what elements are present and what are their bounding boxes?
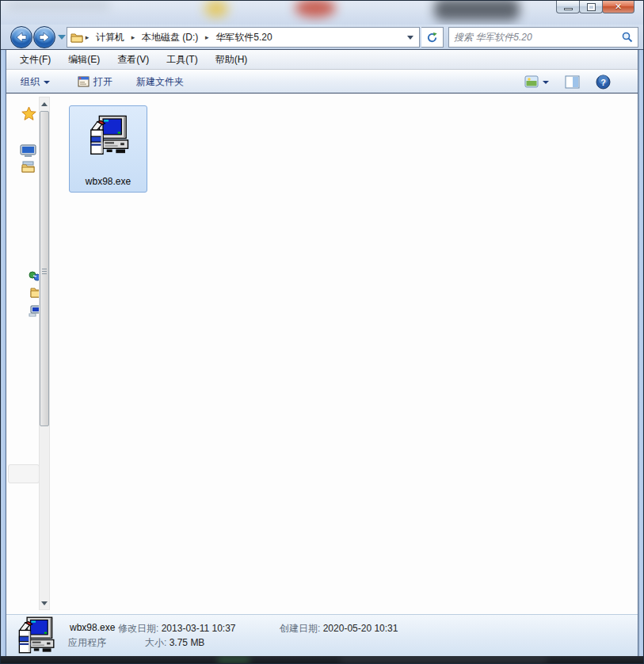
content-area: wbx98.exe [6, 93, 638, 614]
details-file-name: wbx98.exe [70, 622, 115, 633]
details-file-type: 应用程序 [68, 636, 106, 650]
modified-value: 2013-03-11 10:37 [162, 623, 236, 634]
chevron-down-icon [44, 81, 50, 84]
glass-blur-artifact [6, 2, 109, 9]
triangle-down-icon [41, 601, 48, 605]
forward-button[interactable] [33, 26, 55, 48]
window-controls [556, 1, 634, 13]
size-label: 大小: [145, 637, 166, 648]
libraries-icon[interactable] [21, 160, 35, 173]
close-button[interactable] [602, 1, 634, 13]
details-size: 大小: 3.75 MB [145, 636, 204, 650]
sidebar-stub-button[interactable] [8, 464, 40, 483]
breadcrumb-separator-icon [129, 33, 137, 41]
views-icon [524, 75, 539, 88]
open-button[interactable]: 打开 [73, 71, 117, 93]
favorites-star-icon[interactable] [21, 106, 36, 121]
breadcrumb-separator-icon [203, 33, 211, 41]
details-pane: wbx98.exe 修改日期: 2013-03-11 10:37 创建日期: 2… [6, 614, 638, 656]
help-button[interactable]: ? [591, 71, 615, 93]
breadcrumb-local-disk-d[interactable]: 本地磁盘 (D:) [137, 31, 203, 44]
close-icon [615, 2, 622, 11]
created-value: 2020-05-20 10:31 [323, 623, 398, 634]
back-arrow-icon [15, 32, 28, 43]
folder-icon [70, 32, 83, 43]
refresh-icon [426, 32, 438, 44]
address-bar[interactable]: 计算机 本地磁盘 (D:) 华军软件5.20 [67, 27, 420, 48]
modified-label: 修改日期: [118, 623, 158, 634]
glass-blur-artifact [341, 658, 547, 662]
details-created: 创建日期: 2020-05-20 10:31 [280, 622, 398, 635]
application-window-icon [78, 76, 90, 87]
search-input[interactable] [449, 32, 617, 43]
forward-arrow-icon [38, 32, 51, 43]
file-name-label: wbx98.exe [86, 176, 131, 187]
navigation-bar: 计算机 本地磁盘 (D:) 华军软件5.20 [0, 25, 644, 50]
preview-pane-button[interactable] [560, 71, 585, 93]
new-folder-button[interactable]: 新建文件夹 [131, 71, 189, 93]
glass-blur-artifact [434, 0, 520, 21]
size-value: 3.75 MB [170, 637, 205, 648]
glass-blur-artifact [204, 0, 228, 17]
created-label: 创建日期: [280, 623, 320, 634]
menu-view[interactable]: 查看(V) [109, 50, 158, 69]
help-icon: ? [596, 74, 611, 90]
installer-app-icon [86, 113, 131, 158]
minimize-button[interactable] [556, 1, 580, 13]
window-border-bottom [0, 656, 644, 664]
address-dropdown-button[interactable] [402, 29, 419, 46]
file-item-wbx98[interactable]: wbx98.exe [69, 105, 147, 193]
recent-pages-dropdown[interactable] [58, 35, 66, 40]
scrollbar-grip-icon [42, 269, 47, 276]
menu-edit[interactable]: 编辑(E) [59, 50, 109, 69]
toolbar-right-group: ? [520, 71, 615, 93]
window-border-left [0, 50, 6, 656]
preview-pane-icon [565, 75, 580, 89]
triangle-up-icon [41, 102, 48, 106]
maximize-button[interactable] [579, 1, 603, 13]
minimize-icon [564, 8, 573, 10]
computer-icon[interactable] [20, 144, 36, 158]
titlebar [0, 0, 644, 25]
menu-file[interactable]: 文件(F) [11, 50, 59, 69]
open-label: 打开 [93, 75, 112, 89]
window-border-right [638, 50, 644, 656]
details-modified: 修改日期: 2013-03-11 10:37 [118, 622, 236, 635]
scroll-up-button[interactable] [40, 97, 49, 110]
organize-label: 组织 [21, 75, 40, 89]
new-folder-label: 新建文件夹 [136, 75, 184, 89]
maximize-icon [588, 4, 595, 10]
command-toolbar: 组织 打开 新建文件夹 [6, 71, 638, 93]
breadcrumb-current-folder[interactable]: 华军软件5.20 [211, 31, 276, 44]
back-button[interactable] [10, 26, 32, 48]
organize-button[interactable]: 组织 [16, 71, 55, 93]
search-box [448, 27, 638, 48]
search-icon[interactable] [617, 32, 638, 43]
menu-help[interactable]: 帮助(H) [207, 50, 257, 69]
breadcrumb-computer[interactable]: 计算机 [91, 31, 129, 44]
breadcrumb-separator-icon [83, 33, 91, 41]
change-view-button[interactable] [520, 71, 554, 93]
installer-app-icon [14, 616, 57, 655]
sidebar-scrollbar[interactable] [39, 97, 50, 610]
menu-tools[interactable]: 工具(T) [158, 50, 206, 69]
svg-text:?: ? [600, 77, 606, 86]
glass-blur-artifact [295, 0, 336, 17]
glass-blur-artifact [218, 658, 250, 662]
explorer-window: 计算机 本地磁盘 (D:) 华军软件5.20 文件(F) 编 [0, 0, 644, 664]
menu-bar: 文件(F) 编辑(E) 查看(V) 工具(T) 帮助(H) [6, 50, 638, 70]
chevron-down-icon [543, 81, 549, 84]
scrollbar-thumb[interactable] [40, 111, 49, 426]
refresh-button[interactable] [421, 27, 444, 48]
scroll-down-button[interactable] [40, 597, 49, 609]
